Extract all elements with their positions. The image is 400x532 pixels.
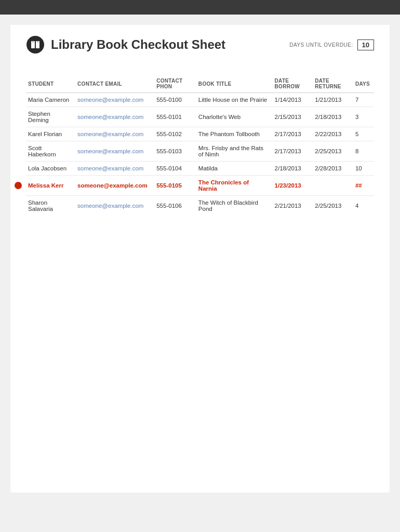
svg-rect-1 [31, 41, 35, 48]
table-body: Maria Cameronsomeone@example.com555-0100… [26, 93, 374, 216]
svg-rect-2 [36, 41, 39, 48]
table-row: Melissa Kerrsomeone@example.com555-0105T… [26, 176, 374, 196]
cell-borrowed: 2/17/2013 [273, 127, 313, 141]
cell-phone: 555-0105 [154, 176, 196, 196]
cell-borrowed: 2/18/2013 [273, 162, 313, 176]
email-link[interactable]: someone@example.com [77, 131, 143, 137]
cell-returned: 1/21/2013 [313, 93, 353, 107]
top-bar [0, 0, 400, 15]
email-link[interactable]: someone@example.com [77, 165, 143, 171]
col-header-phone: CONTACT PHON [154, 75, 196, 93]
book-icon [26, 35, 45, 54]
cell-student: Stephen Deming [26, 107, 75, 127]
page-header: Library Book Checkout Sheet DAYS UNTIL O… [26, 35, 374, 59]
checkout-table-container: STUDENT CONTACT EMAIL CONTACT PHON BOOK … [26, 75, 374, 216]
cell-book: Charlotte's Web [196, 107, 273, 127]
email-link[interactable]: someone@example.com [77, 114, 143, 120]
cell-borrowed: 1/23/2013 [273, 176, 313, 196]
cell-days: 8 [353, 141, 374, 162]
cell-phone: 555-0103 [154, 141, 196, 162]
cell-student: Sharon Salavaria [26, 196, 75, 216]
cell-student: Scott Haberkorn [26, 141, 75, 162]
cell-returned: 2/22/2013 [313, 127, 353, 141]
table-row: Lola Jacobsensomeone@example.com555-0104… [26, 162, 374, 176]
col-header-email: CONTACT EMAIL [75, 75, 154, 93]
table-row: Scott Haberkornsomeone@example.com555-01… [26, 141, 374, 162]
cell-days: 7 [353, 93, 374, 107]
cell-returned: 2/28/2013 [313, 162, 353, 176]
checkout-table: STUDENT CONTACT EMAIL CONTACT PHON BOOK … [26, 75, 374, 216]
cell-days: 10 [353, 162, 374, 176]
cell-borrowed: 2/17/2013 [273, 141, 313, 162]
cell-phone: 555-0106 [154, 196, 196, 216]
cell-email[interactable]: someone@example.com [75, 107, 154, 127]
cell-email[interactable]: someone@example.com [75, 127, 154, 141]
email-link[interactable]: someone@example.com [77, 203, 143, 209]
email-link[interactable]: someone@example.com [77, 97, 143, 103]
col-header-student: STUDENT [26, 75, 75, 93]
header-right: DAYS UNTIL OVERDUE: 10 [289, 39, 374, 50]
days-until-overdue-label: DAYS UNTIL OVERDUE: [289, 42, 353, 48]
table-row: Karel Floriansomeone@example.com555-0102… [26, 127, 374, 141]
cell-book: Little House on the Prairie [196, 93, 273, 107]
svg-rect-3 [35, 41, 36, 48]
cell-days: ## [353, 176, 374, 196]
cell-book: The Witch of Blackbird Pond [196, 196, 273, 216]
cell-email[interactable]: someone@example.com [75, 162, 154, 176]
cell-days: 4 [353, 196, 374, 216]
overdue-indicator [15, 182, 22, 189]
cell-student: Maria Cameron [26, 93, 75, 107]
cell-borrowed: 2/21/2013 [273, 196, 313, 216]
days-until-overdue-value[interactable]: 10 [357, 39, 374, 50]
table-row: Stephen Demingsomeone@example.com555-010… [26, 107, 374, 127]
page-title: Library Book Checkout Sheet [51, 37, 225, 52]
cell-email[interactable]: someone@example.com [75, 141, 154, 162]
col-header-borrowed: DATE BORROW [273, 75, 313, 93]
cell-student: Karel Florian [26, 127, 75, 141]
cell-book: The Phantom Tollbooth [196, 127, 273, 141]
cell-returned: 2/18/2013 [313, 107, 353, 127]
cell-book: Mrs. Frisby and the Rats of Nimh [196, 141, 273, 162]
header-left: Library Book Checkout Sheet [26, 35, 225, 54]
cell-phone: 555-0104 [154, 162, 196, 176]
cell-book: Matilda [196, 162, 273, 176]
cell-student: Lola Jacobsen [26, 162, 75, 176]
cell-returned: 2/25/2013 [313, 196, 353, 216]
cell-days: 3 [353, 107, 374, 127]
col-header-returned: DATE RETURNE [313, 75, 353, 93]
col-header-days: DAYS [353, 75, 374, 93]
cell-email[interactable]: someone@example.com [75, 176, 154, 196]
table-row: Maria Cameronsomeone@example.com555-0100… [26, 93, 374, 107]
email-link[interactable]: someone@example.com [77, 182, 148, 189]
cell-email[interactable]: someone@example.com [75, 196, 154, 216]
cell-phone: 555-0100 [154, 93, 196, 107]
cell-book: The Chronicles of Narnia [196, 176, 273, 196]
cell-returned: 2/25/2013 [313, 141, 353, 162]
cell-days: 5 [353, 127, 374, 141]
cell-student: Melissa Kerr [26, 176, 75, 196]
cell-email[interactable]: someone@example.com [75, 93, 154, 107]
cell-borrowed: 1/14/2013 [273, 93, 313, 107]
cell-phone: 555-0102 [154, 127, 196, 141]
table-row: Sharon Salavariasomeone@example.com555-0… [26, 196, 374, 216]
cell-borrowed: 2/15/2013 [273, 107, 313, 127]
col-header-book: BOOK TITLE [196, 75, 273, 93]
cell-returned [313, 176, 353, 196]
cell-phone: 555-0101 [154, 107, 196, 127]
email-link[interactable]: someone@example.com [77, 148, 143, 154]
table-header: STUDENT CONTACT EMAIL CONTACT PHON BOOK … [26, 75, 374, 93]
